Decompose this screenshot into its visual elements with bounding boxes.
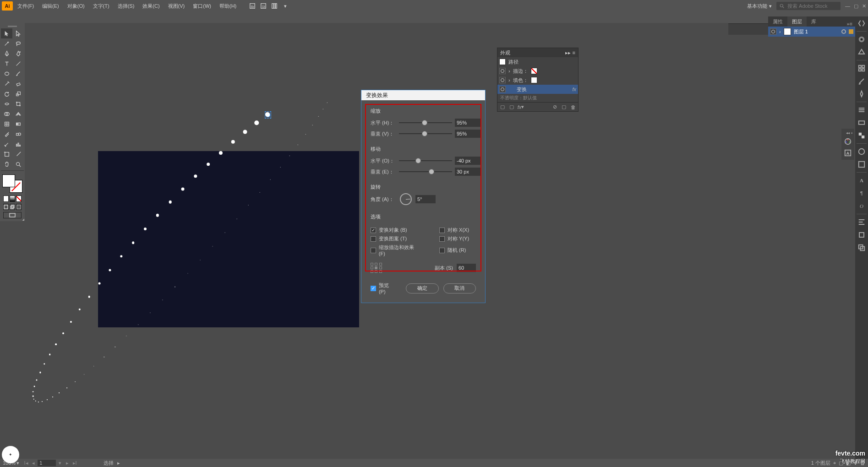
tab-libraries[interactable]: 库 bbox=[807, 16, 821, 27]
hand-tool[interactable] bbox=[1, 159, 12, 169]
transparency-icon[interactable] bbox=[857, 130, 867, 141]
color-guide-icon[interactable] bbox=[857, 47, 867, 57]
next-artboard-icon[interactable]: ▸ bbox=[64, 460, 71, 466]
opt-transform-patterns[interactable]: 变换图案 (T) bbox=[371, 235, 421, 242]
panel-menu-icon[interactable]: »≡ bbox=[844, 21, 855, 27]
reference-point-grid[interactable] bbox=[371, 263, 382, 273]
menu-effect[interactable]: 效果(C) bbox=[139, 0, 163, 12]
column-graph-tool[interactable] bbox=[12, 139, 24, 149]
appearance-icon[interactable] bbox=[857, 147, 867, 157]
panel-grip[interactable] bbox=[1, 24, 24, 28]
layer-name[interactable]: 图层 1 bbox=[794, 28, 839, 35]
opt-random[interactable]: 随机 (R) bbox=[439, 244, 490, 256]
shape-builder-tool[interactable] bbox=[1, 109, 12, 119]
panel-collapse-icon[interactable]: ▸▸ bbox=[565, 50, 571, 56]
color-mode-icon[interactable] bbox=[3, 195, 9, 202]
arrange-icon[interactable] bbox=[269, 1, 279, 11]
move-h-field[interactable]: -40 px bbox=[455, 157, 480, 165]
fill-swatch-white[interactable] bbox=[531, 77, 537, 83]
type-tool[interactable] bbox=[1, 59, 12, 69]
menu-view[interactable]: 视图(V) bbox=[164, 0, 189, 12]
draw-behind-icon[interactable] bbox=[10, 204, 15, 210]
screen-mode-icon[interactable] bbox=[3, 212, 22, 218]
workspace-switcher[interactable]: 基本功能▾ bbox=[747, 3, 772, 10]
character-icon[interactable]: A bbox=[857, 175, 867, 185]
dialog-title[interactable]: 变换效果 bbox=[361, 90, 485, 100]
opentype-icon[interactable]: O bbox=[857, 201, 867, 211]
artboard-number-field[interactable]: 1 bbox=[38, 460, 56, 466]
fx-icon[interactable]: fx bbox=[572, 87, 576, 92]
selection-tool[interactable] bbox=[1, 28, 12, 38]
perspective-grid-tool[interactable] bbox=[12, 109, 24, 119]
eyedropper-tool[interactable] bbox=[1, 129, 12, 139]
lasso-tool[interactable] bbox=[12, 38, 24, 49]
expand-icon[interactable]: › bbox=[779, 29, 781, 34]
pen-tool[interactable] bbox=[1, 49, 12, 59]
symbol-sprayer-tool[interactable] bbox=[1, 139, 12, 149]
scale-h-field[interactable]: 95% bbox=[455, 119, 480, 127]
direct-selection-tool[interactable] bbox=[12, 28, 24, 38]
opt-scale-strokes[interactable]: 缩放描边和效果 (F) bbox=[371, 244, 421, 256]
none-mode-icon[interactable] bbox=[16, 195, 22, 202]
ok-button[interactable]: 确定 bbox=[406, 283, 438, 293]
blend-tool[interactable] bbox=[12, 129, 24, 139]
arrange-chevron-icon[interactable]: ▾ bbox=[280, 1, 290, 11]
fill-swatch[interactable] bbox=[2, 174, 15, 187]
brushes-icon[interactable] bbox=[857, 76, 867, 86]
expand-icon[interactable]: › bbox=[508, 68, 510, 74]
expand-dock-icon[interactable] bbox=[857, 18, 867, 28]
move-v-slider[interactable] bbox=[399, 171, 452, 172]
mesh-tool[interactable] bbox=[1, 119, 12, 129]
menu-file[interactable]: 文件(F) bbox=[14, 0, 38, 12]
mini-close-icon[interactable]: × bbox=[851, 131, 853, 135]
ellipse-tool[interactable] bbox=[1, 69, 12, 79]
paragraph-icon[interactable]: ¶ bbox=[857, 188, 867, 198]
bridge-icon[interactable]: Br bbox=[247, 1, 257, 11]
search-adobe-stock[interactable]: 搜索 Adobe Stock bbox=[776, 2, 841, 10]
move-h-slider[interactable] bbox=[399, 160, 452, 161]
opt-transform-objects[interactable]: 变换对象 (B) bbox=[371, 227, 421, 234]
swatches-icon[interactable] bbox=[857, 63, 867, 73]
fx-menu-icon[interactable]: fx▾ bbox=[518, 104, 524, 110]
graphic-styles-icon[interactable] bbox=[857, 159, 867, 169]
recolor-icon[interactable] bbox=[843, 136, 853, 147]
layer-visibility-icon[interactable] bbox=[770, 28, 776, 35]
gradient-mode-icon[interactable] bbox=[10, 195, 15, 202]
paintbrush-tool[interactable] bbox=[12, 69, 24, 79]
menu-help[interactable]: 帮助(H) bbox=[216, 0, 240, 12]
symbols-icon[interactable] bbox=[857, 89, 867, 99]
tab-layers[interactable]: 图层 bbox=[787, 16, 807, 27]
duplicate-item-icon[interactable]: ▢ bbox=[561, 104, 567, 110]
zoom-tool[interactable] bbox=[12, 159, 24, 169]
width-tool[interactable] bbox=[1, 99, 12, 109]
window-close-icon[interactable]: ✕ bbox=[862, 3, 866, 9]
slice-tool[interactable] bbox=[12, 149, 24, 159]
visibility-toggle[interactable] bbox=[499, 68, 506, 74]
mini-collapse-icon[interactable]: ◂◂ bbox=[846, 131, 850, 135]
rotate-tool[interactable] bbox=[1, 89, 12, 99]
menu-select[interactable]: 选择(S) bbox=[114, 0, 138, 12]
stroke-panel-icon[interactable] bbox=[857, 105, 867, 115]
menu-edit[interactable]: 编辑(E) bbox=[38, 0, 63, 12]
stock-icon[interactable]: St bbox=[258, 1, 268, 11]
opt-reflect-x[interactable]: 对称 X(X) bbox=[439, 227, 490, 234]
window-restore-icon[interactable]: ▢ bbox=[854, 3, 858, 9]
menu-object[interactable]: 对象(O) bbox=[64, 0, 88, 12]
transform-panel-icon[interactable] bbox=[857, 230, 867, 240]
menu-type[interactable]: 文字(T) bbox=[89, 0, 113, 12]
layer-target-icon[interactable] bbox=[841, 29, 846, 34]
gradient-panel-icon[interactable] bbox=[857, 118, 867, 128]
window-minimize-icon[interactable]: — bbox=[845, 3, 850, 9]
artboard-tool[interactable] bbox=[1, 149, 12, 159]
align-icon[interactable] bbox=[857, 217, 867, 227]
appearance-transform-row[interactable]: 变换 fx bbox=[497, 85, 578, 94]
visibility-toggle[interactable] bbox=[499, 77, 506, 83]
free-transform-tool[interactable] bbox=[12, 99, 24, 109]
preview-checkbox[interactable] bbox=[371, 286, 376, 291]
move-v-field[interactable]: 30 px bbox=[455, 168, 480, 176]
scale-h-slider[interactable] bbox=[399, 122, 452, 123]
opt-reflect-y[interactable]: 对称 Y(Y) bbox=[439, 235, 490, 242]
new-art-icon[interactable]: ▢ bbox=[499, 104, 506, 110]
fill-stroke-swatches[interactable] bbox=[1, 174, 23, 194]
eraser-tool[interactable] bbox=[12, 79, 24, 89]
